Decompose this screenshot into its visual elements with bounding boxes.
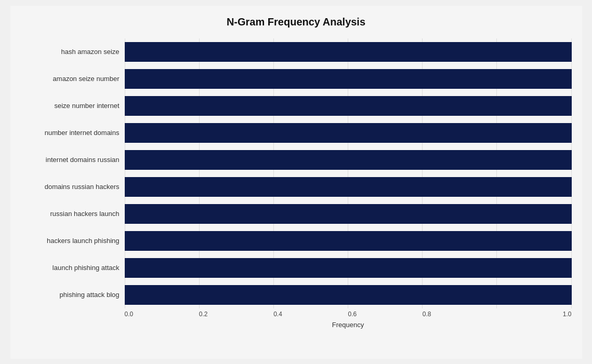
x-tick: 0.6 <box>348 311 422 318</box>
bars-container: hash amazon seizeamazon seize numberseiz… <box>21 38 572 308</box>
bar-track <box>125 257 572 279</box>
x-tick: 1.0 <box>497 311 571 318</box>
bar-row: amazon seize number <box>21 65 572 92</box>
bar-label: internet domains russian <box>21 156 125 164</box>
bar-row: hackers launch phishing <box>21 227 572 254</box>
bar-fill <box>125 231 572 251</box>
x-tick: 0.8 <box>423 311 497 318</box>
bar-label: hackers launch phishing <box>21 237 125 245</box>
bar-fill <box>125 42 572 62</box>
bar-track <box>125 41 572 63</box>
bar-row: seize number internet <box>21 92 572 119</box>
bar-row: domains russian hackers <box>21 173 572 200</box>
x-axis: 0.00.20.40.60.81.0 <box>125 311 572 318</box>
chart-area: hash amazon seizeamazon seize numberseiz… <box>21 38 572 308</box>
bar-row: hash amazon seize <box>21 38 572 65</box>
bar-fill <box>125 258 572 278</box>
bar-label: amazon seize number <box>21 75 125 83</box>
bar-label: domains russian hackers <box>21 183 125 191</box>
bar-track <box>125 230 572 252</box>
bar-track <box>125 122 572 144</box>
bar-track <box>125 284 572 306</box>
bar-label: seize number internet <box>21 102 125 110</box>
bar-label: phishing attack blog <box>21 291 125 299</box>
x-axis-label: Frequency <box>125 321 572 329</box>
bar-label: number internet domains <box>21 129 125 137</box>
x-tick: 0.4 <box>273 311 348 318</box>
bar-track <box>125 68 572 90</box>
bar-label: russian hackers launch <box>21 210 125 218</box>
bar-track <box>125 203 572 225</box>
x-tick: 0.2 <box>199 311 273 318</box>
bar-label: launch phishing attack <box>21 264 125 272</box>
bar-track <box>125 95 572 117</box>
chart-title: N-Gram Frequency Analysis <box>21 16 572 28</box>
bar-fill <box>125 123 572 143</box>
bar-fill <box>125 69 572 89</box>
bar-row: number internet domains <box>21 119 572 146</box>
bar-row: internet domains russian <box>21 146 572 173</box>
chart-container: N-Gram Frequency Analysis hash amazon se… <box>10 6 582 359</box>
bar-fill <box>125 177 572 197</box>
bar-row: phishing attack blog <box>21 281 572 308</box>
bar-fill <box>125 204 572 224</box>
bar-track <box>125 149 572 171</box>
bar-fill <box>125 96 572 116</box>
bar-fill <box>125 150 572 170</box>
bar-row: launch phishing attack <box>21 254 572 281</box>
x-tick: 0.0 <box>125 311 199 318</box>
bar-label: hash amazon seize <box>21 48 125 56</box>
bar-row: russian hackers launch <box>21 200 572 227</box>
bar-fill <box>125 285 572 305</box>
bar-track <box>125 176 572 198</box>
